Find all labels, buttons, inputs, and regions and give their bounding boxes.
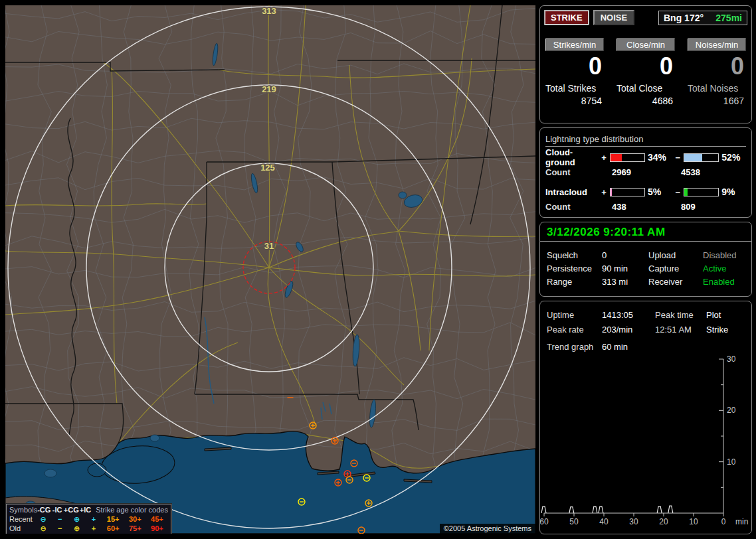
- bearing-label: Bng 172°: [664, 13, 704, 23]
- close-per-min-header[interactable]: Close/min: [616, 38, 675, 51]
- peak-time-label: Peak time: [655, 310, 706, 320]
- neg-ic-old-icon: −: [52, 524, 68, 533]
- cloud-ground-row: Cloud-ground + 34% − 52%: [545, 152, 746, 163]
- persistence-value: 90 min: [602, 264, 648, 273]
- svg-text:40: 40: [599, 517, 609, 526]
- age-15: 15+: [102, 514, 124, 524]
- bearing-distance: 275mi: [715, 13, 742, 23]
- cg-minus-count: 4538: [681, 167, 700, 177]
- cg-plus-bar: [610, 153, 645, 162]
- ic-minus-count: 809: [681, 202, 696, 212]
- legend-age-label: Strike age color codes: [96, 505, 168, 514]
- plus-sign: +: [601, 187, 607, 197]
- pos-ic-old-icon: +: [85, 524, 102, 533]
- session-panel: Uptime 1413:05 Peak time Plot Peak rate …: [539, 301, 752, 534]
- radar-map[interactable]: 313 219 125 31 Symbols -CG -IC +CG +IC S…: [5, 5, 535, 534]
- minus-sign: −: [675, 187, 682, 197]
- strike-button[interactable]: STRIKE: [544, 10, 589, 25]
- strikes-per-min-header[interactable]: Strikes/min: [545, 38, 604, 51]
- legend-col-neg-cg: -CG: [37, 505, 50, 514]
- strikes-column: Strikes/min 0 Total Strikes 8754: [545, 38, 604, 106]
- divider: [540, 241, 751, 242]
- copyright-label: ©2005 Astrogenic Systems: [440, 524, 535, 534]
- svg-text:10: 10: [727, 457, 736, 467]
- noises-per-min-value: 0: [688, 51, 746, 82]
- cg-minus-pct: 52%: [721, 152, 746, 163]
- plot-mode-value: Strike: [706, 325, 728, 335]
- neg-ic-recent-icon: −: [52, 514, 68, 524]
- age-90: 90+: [146, 524, 168, 533]
- capture-status: Active: [703, 264, 726, 273]
- legend-old-label: Old: [9, 524, 35, 533]
- legend-col-neg-ic: -IC: [50, 505, 63, 514]
- uptime-value: 1413:05: [602, 310, 655, 320]
- cloud-ground-label: Cloud-ground: [545, 147, 598, 167]
- peak-rate-value: 203/min: [602, 325, 655, 335]
- ic-plus-bar-fill: [611, 189, 613, 196]
- total-close-label: Total Close: [616, 83, 675, 94]
- distribution-panel: Lightning type distribution Cloud-ground…: [539, 127, 752, 218]
- peak-rate-label: Peak rate: [547, 325, 602, 335]
- squelch-label: Squelch: [547, 250, 602, 260]
- pos-ic-recent-icon: +: [85, 514, 102, 524]
- total-strikes-value: 8754: [545, 96, 604, 106]
- squelch-value: 0: [602, 250, 648, 260]
- intracloud-row: Intracloud + 5% − 9%: [545, 187, 746, 197]
- svg-text:30: 30: [629, 517, 638, 526]
- status-row: Persistence 90 min Capture Active: [547, 262, 745, 275]
- map-legend: Symbols -CG -IC +CG +IC Strike age color…: [6, 504, 171, 534]
- ic-minus-bar: [684, 188, 719, 196]
- status-panel: 3/12/2026 9:20:11 AM Squelch 0 Upload Di…: [539, 222, 752, 297]
- datetime-readout: 3/12/2026 9:20:11 AM: [547, 226, 745, 239]
- count-label: Count: [545, 167, 600, 177]
- age-75: 75+: [124, 524, 146, 533]
- age-45: 45+: [146, 514, 168, 524]
- cg-plus-pct: 34%: [648, 152, 672, 163]
- legend-col-pos-cg: +CG: [64, 505, 79, 514]
- map-canvas: 313 219 125 31: [5, 5, 535, 534]
- session-row: Uptime 1413:05 Peak time Plot: [547, 307, 745, 322]
- total-noises-value: 1667: [688, 96, 746, 106]
- capture-label: Capture: [648, 264, 703, 273]
- cg-minus-bar-fill: [684, 154, 702, 161]
- cg-plus-bar-fill: [611, 154, 622, 161]
- peak-time-value: 12:51 AM: [655, 325, 706, 335]
- svg-text:60: 60: [540, 517, 549, 526]
- distribution-title: Lightning type distribution: [545, 134, 746, 147]
- trend-graph-window: 60 min: [602, 342, 628, 352]
- neg-cg-old-icon: ⊖: [35, 524, 51, 533]
- range-value: 313 mi: [602, 277, 648, 287]
- legend-recent-label: Recent: [9, 514, 35, 524]
- svg-text:50: 50: [569, 517, 579, 526]
- persistence-label: Persistence: [547, 264, 602, 273]
- upload-label: Upload: [648, 250, 703, 260]
- noise-button[interactable]: NOISE: [593, 10, 634, 25]
- ic-plus-count: 438: [612, 202, 681, 212]
- ic-minus-bar-fill: [684, 189, 688, 196]
- ring-label-313: 313: [262, 6, 276, 16]
- cloud-ground-count-row: Count 2969 4538: [545, 167, 746, 177]
- ic-plus-bar: [610, 188, 645, 196]
- strikes-per-min-value: 0: [545, 51, 604, 82]
- plot-mode-label: Plot: [706, 310, 721, 320]
- receiver-status: Enabled: [703, 277, 735, 287]
- ic-minus-pct: 9%: [721, 187, 746, 197]
- legend-col-pos-ic: +IC: [79, 505, 92, 514]
- ring-label-31: 31: [264, 241, 274, 251]
- cg-minus-bar: [684, 153, 719, 162]
- neg-cg-recent-icon: ⊖: [35, 514, 51, 524]
- minus-sign: −: [675, 153, 682, 163]
- noises-per-min-header[interactable]: Noises/min: [688, 38, 746, 51]
- age-30: 30+: [124, 514, 146, 524]
- cg-plus-count: 2969: [612, 167, 681, 177]
- svg-text:20: 20: [727, 406, 736, 415]
- strike-counter-panel: STRIKE NOISE Bng 172° 275mi Strikes/min …: [539, 5, 752, 123]
- trend-graph-label: Trend graph: [547, 342, 602, 352]
- count-label: Count: [545, 202, 600, 212]
- trend-graph-row: Trend graph 60 min: [547, 342, 745, 352]
- intracloud-count-row: Count 438 809: [545, 201, 746, 212]
- legend-symbols-label: Symbols: [9, 505, 37, 514]
- total-close-value: 4686: [616, 96, 675, 106]
- svg-text:30: 30: [727, 354, 736, 364]
- range-label: Range: [547, 277, 602, 287]
